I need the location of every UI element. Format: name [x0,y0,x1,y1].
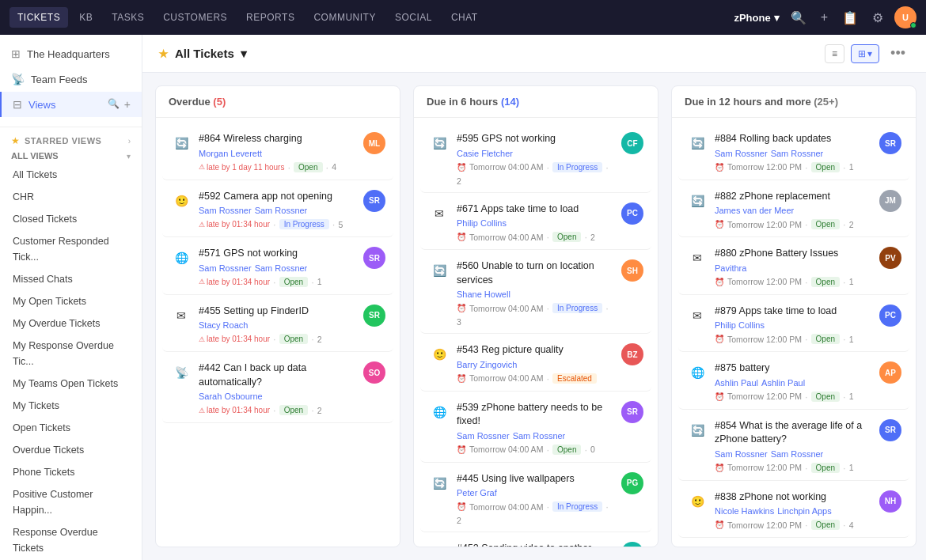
ticket-882-agent1[interactable]: James van der Meer [715,206,794,215]
view-my-open-tickets[interactable]: My Open Tickets [0,290,142,312]
nav-item-reports[interactable]: REPORTS [238,7,302,28]
ticket-539[interactable]: 🌐 #539 zPhone battery needs to be fixed!… [420,393,651,463]
ticket-854-agent2[interactable]: Sam Rossner [771,449,824,459]
nav-item-tickets[interactable]: TICKETS [9,7,68,28]
ticket-595-agent1[interactable]: Casie Fletcher [457,149,513,158]
view-overdue-tickets[interactable]: Overdue Tickets [0,439,142,461]
view-closed-tickets[interactable]: Closed Tickets [0,208,142,230]
nav-item-community[interactable]: COMMUNITY [306,7,384,28]
ticket-560-agent1[interactable]: Shane Howell [457,289,510,299]
view-my-response-overdue[interactable]: My Response Overdue Tic... [0,335,142,373]
view-my-teams-open[interactable]: My Teams Open Tickets [0,373,142,395]
ticket-880-agent1[interactable]: Pavithra [715,263,746,273]
view-my-overdue-tickets[interactable]: My Overdue Tickets [0,312,142,335]
view-open-tickets[interactable]: Open Tickets [0,417,142,439]
ticket-445-agent1[interactable]: Peter Graf [457,488,497,498]
ticket-875[interactable]: 🌐 #875 battery Ashlin Paul Ashlin Paul ⏰… [678,354,909,410]
ticket-838-body: #838 zPhone not working Nicole Hawkins L… [715,490,873,532]
ticket-671-agent1[interactable]: Philip Collins [457,218,507,228]
all-views-collapse-icon[interactable]: ▾ [127,152,131,161]
nav-item-customers[interactable]: CUSTOMERS [155,7,235,28]
settings-icon[interactable]: ⚙ [869,7,886,28]
ticket-442-agents: Sarah Osbourne [199,392,357,401]
notifications-icon[interactable]: 📋 [839,7,861,28]
ticket-838-agent1[interactable]: Nicole Hawkins [715,506,774,516]
ticket-452[interactable]: 🔄 #452 Sending video to another zPhone R… [420,534,651,547]
add-icon[interactable]: + [818,7,831,28]
nav-item-tasks[interactable]: TASKS [104,7,152,28]
ticket-864[interactable]: 🔄 #864 Wireless charging Morgan Leverett… [162,124,393,180]
view-all-tickets[interactable]: All Tickets [0,164,142,186]
ticket-854-agent1[interactable]: Sam Rossner [715,449,768,459]
ticket-838-agent2[interactable]: Linchpin Apps [777,506,832,516]
ticket-455[interactable]: ✉ #455 Setting up FinderID Stacy Roach ⚠… [162,297,393,353]
view-my-tickets[interactable]: My Tickets [0,395,142,417]
view-positive-customer[interactable]: Positive Customer Happin... [0,483,142,521]
ticket-879-agent1[interactable]: Philip Collins [715,320,765,330]
ticket-592-icon: 🙂 [170,190,192,212]
ticket-884-avatar: SR [879,132,901,154]
views-add-icon[interactable]: + [124,98,131,111]
view-customer-responded[interactable]: Customer Responded Tick... [0,230,142,268]
ticket-445[interactable]: 🔄 #445 Using live wallpapers Peter Graf … [420,464,651,533]
title-text: All Tickets [175,47,234,60]
view-phone-tickets[interactable]: Phone Tickets [0,461,142,483]
ticket-543[interactable]: 🙂 #543 Reg picture quality Barry Zingovi… [420,335,651,392]
sidebar-item-views[interactable]: ⊟ Views 🔍 + [0,92,142,117]
ticket-875-agent2[interactable]: Ashlin Paul [761,378,805,388]
ticket-543-agents: Barry Zingovich [457,360,615,369]
nav-item-kb[interactable]: KB [71,7,101,28]
view-response-overdue[interactable]: Response Overdue Tickets [0,521,142,559]
starred-label: STARRED VIEWS [25,136,101,146]
view-missed-chats[interactable]: Missed Chats [0,268,142,290]
ticket-560[interactable]: 🔄 #560 Unable to turn on location servic… [420,252,651,334]
ticket-884-agent1[interactable]: Sam Rossner [715,149,768,158]
grid-view-toggle[interactable]: ⊞ ▾ [851,44,879,63]
ticket-442[interactable]: 📡 #442 Can I back up data automatically?… [162,354,393,423]
ticket-592-agent2[interactable]: Sam Rossner [255,206,308,215]
nav-item-social[interactable]: SOCIAL [387,7,440,28]
ticket-442-agent1[interactable]: Sarah Osbourne [199,392,263,401]
view-chr[interactable]: CHR [0,186,142,208]
ticket-880[interactable]: ✉ #880 zPhone Battery Issues Pavithra ⏰ … [678,239,909,295]
ticket-571-agent2[interactable]: Sam Rossner [255,263,308,273]
ticket-875-agent1[interactable]: Ashlin Paul [715,378,758,388]
ticket-864-count: 4 [332,162,336,172]
ticket-455-agent1[interactable]: Stacy Roach [199,320,248,330]
ticket-543-agent1[interactable]: Barry Zingovich [457,360,517,369]
sidebar-item-headquarters[interactable]: ⊞ The Headquarters [0,41,142,66]
ticket-671-meta: ⏰ Tomorrow 04:00 AM · Open · 2 [457,231,615,243]
ticket-592-agent1[interactable]: Sam Rossner [199,206,252,215]
ticket-571-agent1[interactable]: Sam Rossner [199,263,252,273]
ticket-543-body: #543 Reg picture quality Barry Zingovich… [457,343,615,384]
top-navigation: TICKETS KB TASKS CUSTOMERS REPORTS COMMU… [0,0,926,35]
starred-expand-icon[interactable]: › [128,137,131,146]
ticket-595-agents: Casie Fletcher [457,149,615,158]
ticket-884[interactable]: 🔄 #884 Rolling back updates Sam Rossner … [678,124,909,180]
page-title[interactable]: ★ All Tickets ▾ [158,47,247,61]
ticket-882[interactable]: 🔄 #882 zPhone replacement James van der … [678,182,909,238]
ticket-864-agent1[interactable]: Morgan Leverett [199,149,262,158]
views-search-icon[interactable]: 🔍 [108,98,120,111]
more-options-button[interactable]: ••• [886,44,910,63]
ticket-592[interactable]: 🙂 #592 Camera app not opening Sam Rossne… [162,182,393,238]
nav-item-chat[interactable]: CHAT [443,7,486,28]
ticket-539-agent1[interactable]: Sam Rossner [457,431,510,441]
ticket-595-avatar: CF [621,132,643,154]
brand-selector[interactable]: zPhone ▾ [734,12,779,24]
overdue-count: (5) [213,96,226,108]
list-view-toggle[interactable]: ≡ [825,44,844,63]
ticket-592-body: #592 Camera app not opening Sam Rossner … [199,190,357,231]
ticket-595[interactable]: 🔄 #595 GPS not working Casie Fletcher ⏰ … [420,124,651,193]
ticket-838[interactable]: 🙂 #838 zPhone not working Nicole Hawkins… [678,482,909,539]
user-avatar[interactable]: U [894,6,917,28]
ticket-879-agents: Philip Collins [715,320,873,330]
ticket-539-agent2[interactable]: Sam Rossner [513,431,566,441]
ticket-571[interactable]: 🌐 #571 GPS not working Sam Rossner Sam R… [162,239,393,295]
ticket-884-agent2[interactable]: Sam Rossner [771,149,824,158]
ticket-671[interactable]: ✉ #671 Apps take time to load Philip Col… [420,195,651,251]
search-icon[interactable]: 🔍 [787,7,810,28]
sidebar-item-team-feeds[interactable]: 📡 Team Feeds [0,66,142,92]
ticket-879[interactable]: ✉ #879 Apps take time to load Philip Col… [678,297,909,353]
ticket-854[interactable]: 🔄 #854 What is the average life of a zPh… [678,411,909,481]
